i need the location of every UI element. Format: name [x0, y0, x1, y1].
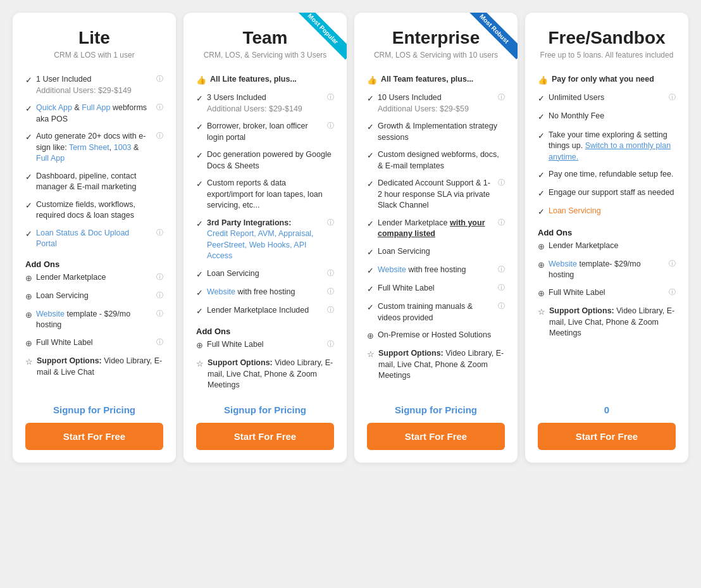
check-icon: ✓ — [196, 122, 203, 133]
info-icon[interactable]: ⓘ — [156, 131, 163, 141]
plan-subtitle-lite: CRM & LOS with 1 user — [25, 51, 163, 59]
info-icon[interactable]: ⓘ — [156, 103, 163, 112]
info-icon[interactable]: ⓘ — [498, 283, 505, 292]
info-icon[interactable]: ⓘ — [156, 309, 163, 318]
features-list-free: 👍Pay for only what you need✓Unlimited Us… — [538, 71, 676, 394]
plus-circle-icon: ⊕ — [25, 338, 32, 349]
term-sheet-link[interactable]: Term Sheet — [69, 143, 109, 152]
switch-plan-link[interactable]: Switch to a monthly plan anytime. — [549, 141, 671, 161]
plus-circle-icon: ⊕ — [538, 241, 545, 253]
loan-status-link[interactable]: Loan Status & Doc Upload Portal — [36, 228, 129, 249]
info-icon[interactable]: ⓘ — [498, 301, 505, 311]
info-icon[interactable]: ⓘ — [156, 291, 163, 300]
feature-item-0-2: ✓Auto generate 20+ docs with e-sign like… — [25, 128, 163, 168]
info-icon[interactable]: ⓘ — [669, 259, 676, 268]
info-icon[interactable]: ⓘ — [156, 272, 163, 282]
cta-button-lite[interactable]: Start For Free — [25, 423, 163, 450]
check-icon: ✓ — [538, 93, 545, 104]
signup-label-enterprise: Signup for Pricing — [367, 404, 505, 415]
info-icon[interactable]: ⓘ — [327, 218, 334, 227]
feature-item-2-1: ✓Growth & Implementation strategy sessio… — [367, 118, 505, 146]
signup-label-team: Signup for Pricing — [196, 404, 334, 415]
addon-text: Full White Label — [549, 287, 664, 299]
info-icon[interactable]: ⓘ — [498, 178, 505, 187]
info-icon[interactable]: ⓘ — [156, 228, 163, 237]
info-icon[interactable]: ⓘ — [327, 305, 334, 315]
info-icon[interactable]: ⓘ — [327, 268, 334, 278]
signup-label-lite: Signup for Pricing — [25, 404, 163, 415]
full-app-link[interactable]: Full App — [82, 103, 110, 112]
addon-item-0-3: ⊕Full White Labelⓘ — [25, 334, 163, 353]
feature-item-2-0: ✓10 Users IncludedAdditional Users: $29-… — [367, 89, 505, 118]
info-icon[interactable]: ⓘ — [156, 337, 163, 347]
feature-item-0-4: ✓Customize fields, workflows, required d… — [25, 196, 163, 225]
feature-item-1-2: ✓Doc generation powered by Google Docs &… — [196, 146, 334, 175]
thumb-icon: 👍 — [196, 75, 206, 86]
check-icon: ✓ — [196, 269, 203, 280]
plan-card-team: Most PopularTeamCRM, LOS, & Servicing wi… — [183, 13, 347, 463]
star-icon: ☆ — [196, 358, 204, 370]
website-template-link[interactable]: Website — [36, 310, 65, 318]
website-template-link[interactable]: Website — [549, 260, 577, 268]
support-text: Support Options: Video Library, E-mail, … — [378, 348, 505, 382]
support-item-enterprise: ☆Support Options: Video Library, E-mail,… — [367, 345, 505, 385]
features-list-lite: ✓1 User IncludedAdditional Users: $29-$1… — [25, 71, 163, 394]
features-list-team: 👍All Lite features, plus...✓3 Users Incl… — [196, 71, 334, 394]
support-item-team: ☆Support Options: Video Library, E-mail,… — [196, 354, 334, 394]
addon-item-2-0: ⊕On-Premise or Hosted Solutions — [367, 327, 505, 345]
pricing-container: LiteCRM & LOS with 1 user✓1 User Include… — [13, 13, 688, 463]
cta-button-team[interactable]: Start For Free — [196, 423, 334, 450]
features-header: 👍All Lite features, plus... — [196, 71, 334, 89]
feature-item-0-1: ✓Quick App & Full App webformsaka POSⓘ — [25, 99, 163, 128]
addon-text: Lender Marketplace — [549, 241, 676, 252]
info-icon[interactable]: ⓘ — [156, 74, 163, 84]
feature-item-1-1: ✓Borrower, broker, loan officer login po… — [196, 118, 334, 146]
website-hosting-link[interactable]: Website — [378, 265, 406, 274]
cta-button-free[interactable]: Start For Free — [538, 423, 676, 450]
feature-item-1-3: ✓Custom reports & data export/import for… — [196, 175, 334, 215]
addon-text: Lender Marketplace — [36, 272, 151, 284]
feature-item-3-5: ✓Loan Servicing — [538, 203, 676, 221]
addon-item-0-2: ⊕Website template - $29/mo hostingⓘ — [25, 306, 163, 334]
feature-item-1-5: ✓Loan Servicingⓘ — [196, 265, 334, 284]
plan-title-lite: Lite — [25, 28, 163, 48]
1003-link[interactable]: 1003 — [114, 143, 132, 152]
badge-enterprise: Most Robust — [467, 13, 518, 63]
check-icon: ✓ — [25, 103, 32, 115]
website-hosting-link[interactable]: Website — [207, 287, 235, 296]
info-icon[interactable]: ⓘ — [669, 92, 676, 102]
info-icon[interactable]: ⓘ — [498, 265, 505, 274]
cta-button-enterprise[interactable]: Start For Free — [367, 423, 505, 450]
full-app-link2[interactable]: Full App — [36, 154, 65, 163]
feature-text: Customize fields, workflows, required do… — [36, 199, 163, 222]
star-icon: ☆ — [367, 349, 375, 360]
features-list-enterprise: 👍All Team features, plus...✓10 Users Inc… — [367, 71, 505, 394]
star-icon: ☆ — [25, 356, 33, 368]
check-icon: ✓ — [25, 228, 32, 240]
feature-text: Engage our support staff as needed — [549, 187, 676, 199]
addon-item-3-1: ⊕Website template- $29/mo hostingⓘ — [538, 256, 676, 284]
check-icon: ✓ — [367, 218, 374, 230]
info-icon[interactable]: ⓘ — [498, 92, 505, 102]
feature-text: 3 Users IncludedAdditional Users: $29-$1… — [207, 92, 322, 115]
feature-item-2-4: ✓Lender Marketplace with your company li… — [367, 215, 505, 243]
badge-team: Most Popular — [296, 13, 347, 63]
info-icon[interactable]: ⓘ — [327, 339, 334, 349]
feature-text: Full White Label — [378, 283, 493, 294]
check-icon: ✓ — [25, 75, 32, 86]
info-icon[interactable]: ⓘ — [327, 287, 334, 296]
feature-item-2-5: ✓Loan Servicing — [367, 243, 505, 261]
plan-card-free: Free/SandboxFree up to 5 loans. All feat… — [525, 13, 688, 463]
info-icon[interactable]: ⓘ — [327, 92, 334, 102]
info-icon[interactable]: ⓘ — [327, 121, 334, 130]
plan-card-lite: LiteCRM & LOS with 1 user✓1 User Include… — [13, 13, 176, 463]
support-text: Support Options: Video Library, E-mail &… — [37, 356, 163, 378]
feature-item-1-0: ✓3 Users IncludedAdditional Users: $29-$… — [196, 89, 334, 118]
info-icon[interactable]: ⓘ — [498, 218, 505, 227]
quick-app-link[interactable]: Quick App — [36, 103, 72, 112]
feature-text: Custom reports & data export/import for … — [207, 178, 334, 211]
info-icon[interactable]: ⓘ — [669, 287, 676, 297]
feature-item-1-4: ✓3rd Party Integrations:Credit Report, A… — [196, 215, 334, 265]
addons-header: Add Ons — [196, 320, 334, 336]
addon-item-3-0: ⊕Lender Marketplace — [538, 237, 676, 256]
